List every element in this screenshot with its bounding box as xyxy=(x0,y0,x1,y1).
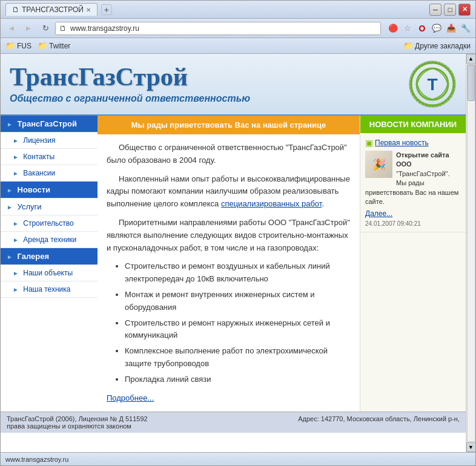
sidebar-label-construction: Строительство xyxy=(23,219,74,228)
arrow-icon-2: ► xyxy=(13,137,19,144)
sidebar-item-news[interactable]: ► Новости xyxy=(1,182,98,199)
content-para-1: Общество с ограниченной ответственностью… xyxy=(107,142,351,167)
sidebar-item-contacts[interactable]: ► Контакты xyxy=(1,149,98,165)
sidebar-label-main: ТрансГазСтрой xyxy=(18,119,77,128)
chat-icon[interactable]: 💬 xyxy=(431,22,443,34)
news-bullet-icon: ▣ xyxy=(365,138,373,148)
sidebar-item-license[interactable]: ► Лицензия xyxy=(1,133,98,149)
folder-icon-twitter: 📁 xyxy=(38,41,47,50)
title-bar-left: 🗋 ТРАНСГАЗСТРОЙ ✕ + xyxy=(5,3,112,16)
sidebar-item-equipment[interactable]: ► Наша техника xyxy=(1,281,98,298)
url-text[interactable]: www.transgazstroy.ru xyxy=(70,24,139,33)
maximize-button[interactable]: □ xyxy=(444,4,456,16)
sidebar-label-services: Услуги xyxy=(18,202,42,211)
status-bar: www.transgazstroy.ru xyxy=(1,452,475,465)
bookmarks-bar: 📁 FUS 📁 Twitter 📁 Другие закладки xyxy=(1,38,475,54)
sidebar-item-services[interactable]: ► Услуги xyxy=(1,199,98,215)
services-list: Строительство и ремонт воздушных и кабел… xyxy=(125,260,351,386)
svg-text:Т: Т xyxy=(427,75,437,94)
scroll-thumb[interactable] xyxy=(468,65,475,101)
welcome-bar: Мы рады приветствовать Вас на нашей стра… xyxy=(98,116,360,134)
tab-close-icon[interactable]: ✕ xyxy=(86,7,91,13)
site-subtitle: Общество с ограниченной ответственностью xyxy=(10,93,250,104)
arrow-icon-3: ► xyxy=(13,154,19,160)
arrow-icon-7: ► xyxy=(13,220,19,227)
stop-icon[interactable]: 🔴 xyxy=(387,22,399,34)
bookmark-fus[interactable]: 📁 FUS xyxy=(5,41,31,50)
sidebar-item-vacancies[interactable]: ► Вакансии xyxy=(1,165,98,182)
sidebar-label-rental: Аренда техники xyxy=(23,235,76,244)
sidebar: ► ТрансГазСтрой ► Лицензия ► Контакты xyxy=(1,116,98,412)
arrow-icon-8: ► xyxy=(13,237,19,243)
list-item-4: Комплексное выполнение работ по электрох… xyxy=(125,345,351,370)
scroll-up-button[interactable]: ▲ xyxy=(466,54,476,64)
site-logo-image: Т xyxy=(408,60,457,108)
tab-favicon: 🗋 xyxy=(12,5,19,14)
site-header: ТрансГазСтрой Общество с ограниченной от… xyxy=(1,54,466,116)
content-area: Мы рады приветствовать Вас на нашей стра… xyxy=(98,116,360,412)
bookmark-twitter[interactable]: 📁 Twitter xyxy=(38,41,70,50)
scroll-down-button[interactable]: ▼ xyxy=(466,442,476,452)
opera-icon[interactable]: O xyxy=(416,22,428,34)
news-date: 24.01.2007 09:40:21 xyxy=(365,220,461,227)
arrow-icon-4: ► xyxy=(13,170,19,177)
sidebar-item-construction[interactable]: ► Строительство xyxy=(1,215,98,232)
footer-rights: права защищены и охраняются законом xyxy=(7,422,148,430)
site-logo-block: ТрансГазСтрой Общество с ограниченной от… xyxy=(10,64,250,104)
settings-icon[interactable]: 🔧 xyxy=(460,22,472,34)
scroll-track[interactable] xyxy=(467,64,475,442)
scrollbar: ▲ ▼ xyxy=(466,54,475,452)
site-logo-text: ТрансГазСтрой xyxy=(10,64,250,90)
browser-window: 🗋 ТРАНСГАЗСТРОЙ ✕ + ─ □ ✕ ◄ ► ↻ 🗋 www.tr… xyxy=(0,0,476,466)
browser-tab[interactable]: 🗋 ТРАНСГАЗСТРОЙ ✕ xyxy=(5,3,98,16)
news-link-1[interactable]: ▣ Первая новость xyxy=(365,138,461,148)
spec-link[interactable]: специализированных работ xyxy=(221,199,322,208)
list-item-2: Монтаж и ремонт внутренних инженерных си… xyxy=(125,289,351,314)
news-panel: НОВОСТИ КОМПАНИИ ▣ Первая новость 🎉 xyxy=(360,116,466,412)
bookmarks-left: 📁 FUS 📁 Twitter xyxy=(5,41,70,50)
news-title: Открытие сайта ООО xyxy=(396,151,449,168)
page-content: ТрансГазСтрой Общество с ограниченной от… xyxy=(1,54,466,452)
new-tab-button[interactable]: + xyxy=(101,4,112,15)
sidebar-item-gallery[interactable]: ► Галерея xyxy=(1,248,98,265)
page-icon: 🗋 xyxy=(59,24,67,33)
sidebar-item-main[interactable]: ► ТрансГазСтрой xyxy=(1,116,98,133)
site-footer: ТрансГазСтрой (2006), Лицензия № Д 51159… xyxy=(1,412,466,433)
arrow-icon-11: ► xyxy=(13,286,19,293)
bookmark-fus-label: FUS xyxy=(17,42,31,50)
sidebar-label-license: Лицензия xyxy=(23,136,55,145)
forward-button[interactable]: ► xyxy=(21,21,36,36)
arrow-icon-6: ► xyxy=(7,204,13,211)
arrow-icon-10: ► xyxy=(13,270,19,277)
title-bar: 🗋 ТРАНСГАЗСТРОЙ ✕ + ─ □ ✕ xyxy=(1,1,475,19)
read-more-link[interactable]: Подробнее... xyxy=(107,392,351,405)
folder-icon-other: 📁 xyxy=(403,41,413,50)
refresh-button[interactable]: ↻ xyxy=(38,21,53,36)
address-icons: 🔴 ☆ O 💬 📥 🔧 xyxy=(387,22,472,34)
content-text: Общество с ограниченной ответственностью… xyxy=(98,134,360,412)
news-more-link[interactable]: Далее... xyxy=(365,209,461,218)
sidebar-label-contacts: Контакты xyxy=(23,153,55,161)
sidebar-item-equipment-rental[interactable]: ► Аренда техники xyxy=(1,232,98,248)
other-bookmarks[interactable]: 📁 Другие закладки xyxy=(403,41,471,50)
window-controls: ─ □ ✕ xyxy=(429,4,471,16)
welcome-text: Мы рады приветствовать Вас на нашей стра… xyxy=(131,120,326,130)
sidebar-label-gallery: Галерея xyxy=(18,252,50,261)
sidebar-label-vacancies: Вакансии xyxy=(23,169,55,177)
star-icon[interactable]: ☆ xyxy=(402,22,414,34)
page-area: ТрансГазСтрой Общество с ограниченной от… xyxy=(1,54,475,452)
news-item-1: ▣ Первая новость 🎉 Открытие сайта ООО "Т… xyxy=(360,133,466,232)
arrow-icon-9: ► xyxy=(7,254,13,260)
list-item-3: Строительство и ремонт наружных инженерн… xyxy=(125,317,351,343)
sidebar-item-objects[interactable]: ► Наши объекты xyxy=(1,265,98,281)
download-icon[interactable]: 📥 xyxy=(445,22,457,34)
minimize-button[interactable]: ─ xyxy=(429,4,441,16)
sidebar-label-news: Новости xyxy=(18,185,51,194)
close-button[interactable]: ✕ xyxy=(458,4,471,16)
status-url: www.transgazstroy.ru xyxy=(5,456,68,463)
address-bar: 🗋 www.transgazstroy.ru xyxy=(55,22,381,35)
news-link-text: Первая новость xyxy=(375,139,429,147)
site-wrapper: ТрансГазСтрой Общество с ограниченной от… xyxy=(1,54,466,433)
footer-left: ТрансГазСтрой (2006), Лицензия № Д 51159… xyxy=(7,415,148,430)
back-button[interactable]: ◄ xyxy=(4,21,19,36)
